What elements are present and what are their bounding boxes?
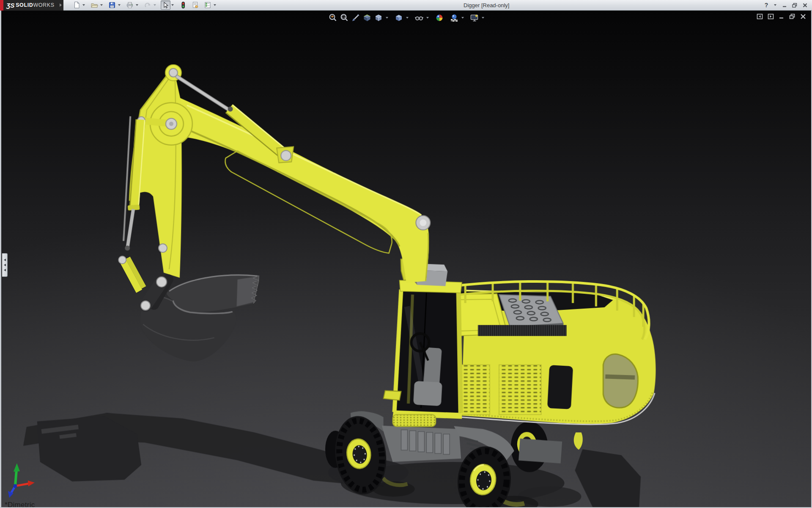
minimize-document-icon [779, 14, 785, 19]
solidworks-logo-bold: SOLID [16, 2, 33, 8]
collapse-arrow-icon [4, 259, 6, 261]
open-button[interactable] [90, 0, 99, 10]
print-dropdown[interactable] [135, 0, 140, 10]
open-folder-icon [91, 1, 98, 9]
select-cursor-icon [162, 1, 169, 9]
show-pane-right-button[interactable] [768, 14, 774, 19]
section-view-button[interactable] [362, 13, 372, 23]
view-settings-button[interactable] [469, 13, 480, 23]
zoom-to-area-icon [340, 13, 349, 22]
apply-scene-dropdown[interactable] [461, 13, 465, 23]
restore-icon [792, 3, 798, 8]
edit-appearance-button[interactable] [434, 13, 444, 23]
window-title: Digger [Read-only] [464, 2, 509, 8]
show-pane-left-button[interactable] [757, 14, 763, 19]
flyout-arrow-icon [60, 3, 62, 7]
step-platform [393, 414, 436, 426]
headsup-view-toolbar [328, 13, 485, 23]
close-document-button[interactable] [800, 14, 806, 19]
minimize-button[interactable] [781, 1, 788, 9]
collapse-arrow-icon [4, 264, 6, 266]
boom[interactable] [161, 97, 430, 283]
undo-icon [144, 1, 151, 9]
previous-view-button[interactable] [351, 13, 361, 23]
pane-left-icon [757, 14, 763, 19]
view-orientation-label: *Dimetric [5, 501, 35, 508]
hide-show-items-button[interactable] [414, 13, 424, 23]
restore-document-icon [789, 14, 796, 19]
save-button[interactable] [107, 0, 117, 10]
display-style-button[interactable] [394, 13, 404, 23]
previous-view-icon [351, 13, 360, 22]
hide-show-items-glasses-icon [414, 13, 424, 22]
help-button[interactable]: ? [763, 1, 770, 9]
save-dropdown[interactable] [117, 0, 122, 10]
pane-right-icon [768, 14, 774, 19]
view-orientation-dropdown[interactable] [385, 13, 389, 23]
options-button[interactable] [203, 0, 213, 10]
orientation-triad [8, 463, 35, 498]
view-orientation-icon [374, 13, 383, 22]
rebuild-button[interactable] [178, 0, 188, 10]
open-dropdown[interactable] [99, 0, 104, 10]
apply-scene-button[interactable] [449, 13, 459, 23]
feature-panel-collapsed-tab[interactable] [2, 253, 8, 277]
save-floppy-icon [108, 1, 116, 9]
display-style-dropdown[interactable] [405, 13, 409, 23]
view-orientation-button[interactable] [373, 13, 384, 23]
side-mirror [384, 390, 401, 400]
solidworks-window: ƷS SOLIDWORKS [0, 0, 812, 508]
help-icon: ? [765, 2, 768, 8]
select-dropdown[interactable] [170, 0, 175, 10]
select-button[interactable] [161, 0, 170, 10]
brand-accent-strip [0, 0, 3, 11]
collapse-arrow-icon [4, 269, 6, 271]
graphics-area[interactable]: *Dimetric [0, 11, 812, 508]
print-button[interactable] [125, 0, 135, 10]
zoom-to-fit-icon [328, 13, 337, 22]
edit-appearance-icon [435, 13, 444, 22]
solidworks-logo: ƷS SOLIDWORKS [3, 0, 58, 11]
new-document-button[interactable] [72, 0, 82, 10]
close-icon [802, 3, 808, 8]
file-properties-button[interactable] [191, 0, 200, 10]
help-dropdown[interactable] [773, 0, 777, 10]
undo-dropdown[interactable] [153, 0, 157, 10]
elbow-pin [416, 215, 430, 230]
restore-document-button[interactable] [789, 14, 796, 19]
model-scene[interactable] [1, 11, 811, 507]
print-icon [126, 1, 134, 9]
cab-rear-pillar [458, 291, 461, 413]
view-settings-icon [470, 13, 479, 22]
section-view-icon [362, 13, 372, 22]
close-button[interactable] [801, 1, 809, 9]
display-style-icon [394, 13, 403, 22]
cylinder-mount-pin [281, 150, 291, 160]
document-window-controls [757, 14, 806, 19]
cab[interactable] [384, 263, 462, 426]
undo-button[interactable] [143, 0, 153, 10]
new-document-icon [73, 1, 80, 9]
file-properties-icon [192, 1, 199, 9]
options-checklist-icon [204, 1, 211, 9]
minimize-document-button[interactable] [779, 14, 785, 19]
rebuild-traffic-light-icon [179, 1, 187, 9]
title-bar: ƷS SOLIDWORKS [0, 0, 812, 11]
zoom-to-area-button[interactable] [339, 13, 349, 23]
menu-flyout-arrow[interactable] [58, 0, 63, 11]
bucket-linkage[interactable] [118, 244, 168, 310]
new-document-dropdown[interactable] [82, 0, 86, 10]
hide-show-items-dropdown[interactable] [425, 13, 430, 23]
restore-button[interactable] [791, 1, 798, 9]
window-controls: ? [763, 0, 812, 10]
zoom-to-fit-button[interactable] [328, 13, 338, 23]
standard-toolbar [72, 0, 218, 11]
solidworks-logo-glyph: ƷS [6, 2, 14, 9]
apex-pin [169, 69, 178, 77]
apply-scene-icon [450, 13, 459, 22]
close-document-icon [800, 14, 806, 19]
solidworks-logo-light: WORKS [33, 2, 54, 8]
options-dropdown[interactable] [213, 0, 217, 10]
minimize-icon [782, 3, 787, 8]
view-settings-dropdown[interactable] [481, 13, 485, 23]
